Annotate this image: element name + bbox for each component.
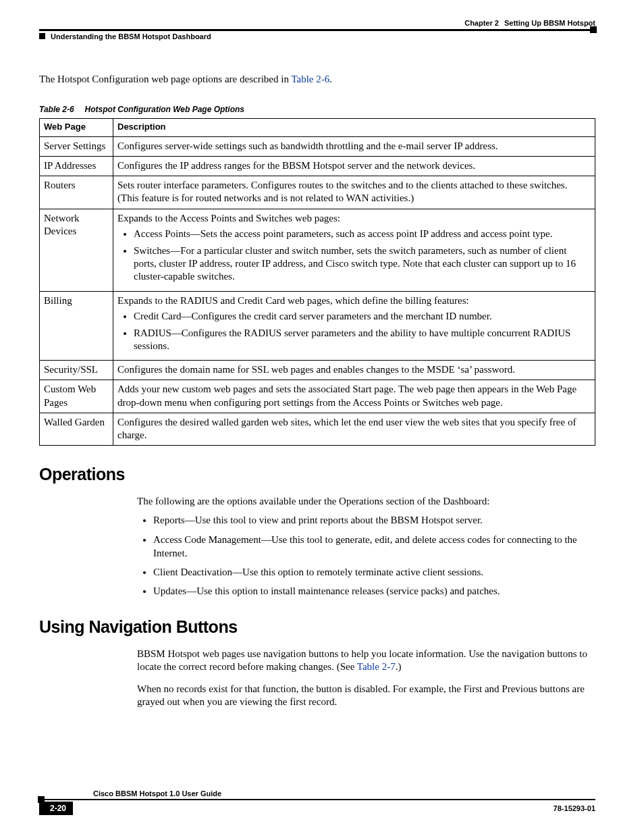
cell-desc: Expands to the Access Points and Switche… [113, 209, 595, 291]
section-title: Understanding the BBSM Hotspot Dashboard [51, 32, 211, 41]
cell-desc: Adds your new custom web pages and sets … [113, 380, 595, 413]
table-caption-title: Hotspot Configuration Web Page Options [85, 105, 244, 114]
options-table: Web Page Description Server Settings Con… [39, 118, 595, 446]
cell-desc: Expands to the RADIUS and Credit Card we… [113, 291, 595, 361]
cell-desc: Sets router interface parameters. Config… [113, 176, 595, 209]
list-item: Access Points—Sets the access point para… [134, 228, 591, 240]
cell-lead: Expands to the Access Points and Switche… [117, 212, 591, 225]
cell-name: Walled Garden [40, 413, 113, 445]
footer-rule [39, 799, 595, 800]
cell-name: Network Devices [40, 209, 113, 291]
chapter-label: Chapter 2 [464, 19, 499, 27]
list-item: RADIUS—Configures the RADIUS server para… [134, 327, 591, 353]
cell-desc: Configures the domain name for SSL web p… [113, 361, 595, 380]
nav-p1: BBSM Hotspot web pages use navigation bu… [137, 648, 593, 673]
table-row: Network Devices Expands to the Access Po… [40, 209, 595, 291]
table-header-row: Web Page Description [40, 119, 595, 137]
list-item: Credit Card—Configures the credit card s… [134, 310, 591, 323]
table-row: Custom Web Pages Adds your new custom we… [40, 380, 595, 413]
cell-desc: Configures server-wide settings such as … [113, 136, 595, 156]
table-row: Security/SSL Configures the domain name … [40, 361, 595, 380]
page-number-badge: 2-20 [39, 802, 73, 815]
operations-intro: The following are the options available … [137, 495, 593, 508]
table-row: Walled Garden Configures the desired wal… [40, 413, 595, 445]
chapter-title: Setting Up BBSM Hotspot [504, 19, 595, 27]
cell-name: Server Settings [40, 136, 113, 156]
table-caption-num: Table 2-6 [39, 105, 74, 114]
list-item: Updates—Use this option to install maint… [153, 584, 593, 598]
page-footer: Cisco BBSM Hotspot 1.0 User Guide 2-20 7… [39, 789, 595, 815]
cell-lead: Expands to the RADIUS and Credit Card we… [117, 294, 591, 307]
cell-name: IP Addresses [40, 157, 113, 176]
intro-paragraph: The Hotspot Configuration web page optio… [39, 73, 595, 86]
cell-name: Routers [40, 176, 113, 209]
th-description: Description [113, 119, 595, 137]
footer-guide-title: Cisco BBSM Hotspot 1.0 User Guide [93, 789, 221, 798]
cell-name: Custom Web Pages [40, 380, 113, 413]
list-item: Reports—Use this tool to view and print … [153, 513, 593, 527]
nav-body: BBSM Hotspot web pages use navigation bu… [137, 648, 593, 709]
nav-p1-after: .) [396, 661, 402, 672]
cell-name: Security/SSL [40, 361, 113, 380]
table-row: Billing Expands to the RADIUS and Credit… [40, 291, 595, 361]
nav-p2: When no records exist for that function,… [137, 683, 593, 708]
table-row: IP Addresses Configures the IP address r… [40, 157, 595, 176]
operations-list: Reports—Use this tool to view and print … [137, 513, 593, 598]
nav-heading: Using Navigation Buttons [39, 617, 595, 637]
doc-number: 78-15293-01 [554, 804, 595, 812]
cell-bullets: Credit Card—Configures the credit card s… [117, 310, 591, 353]
header-rule [39, 29, 595, 31]
table-ref-link[interactable]: Table 2-7 [357, 661, 396, 672]
table-row: Server Settings Configures server-wide s… [40, 136, 595, 156]
cell-name: Billing [40, 291, 113, 361]
intro-after: . [329, 74, 332, 84]
intro-text: The Hotspot Configuration web page optio… [39, 74, 291, 84]
page: Chapter 2 Setting Up BBSM Hotspot Unders… [0, 0, 644, 834]
th-web-page: Web Page [40, 119, 113, 137]
cell-desc: Configures the IP address ranges for the… [113, 157, 595, 176]
operations-body: The following are the options available … [137, 495, 593, 598]
list-item: Access Code Management—Use this tool to … [153, 533, 593, 561]
cell-bullets: Access Points—Sets the access point para… [117, 228, 591, 284]
operations-heading: Operations [39, 465, 595, 484]
table-caption: Table 2-6Hotspot Configuration Web Page … [39, 105, 595, 114]
running-header: Chapter 2 Setting Up BBSM Hotspot [39, 19, 595, 27]
list-item: Switches—For a particular cluster and sw… [134, 244, 591, 284]
cell-desc: Configures the desired walled garden web… [113, 413, 595, 445]
header-square-icon [39, 33, 45, 39]
table-row: Routers Sets router interface parameters… [40, 176, 595, 209]
table-ref-link[interactable]: Table 2-6 [291, 74, 329, 84]
list-item: Client Deactivation—Use this option to r… [153, 565, 593, 579]
header-subsection: Understanding the BBSM Hotspot Dashboard [39, 32, 595, 73]
